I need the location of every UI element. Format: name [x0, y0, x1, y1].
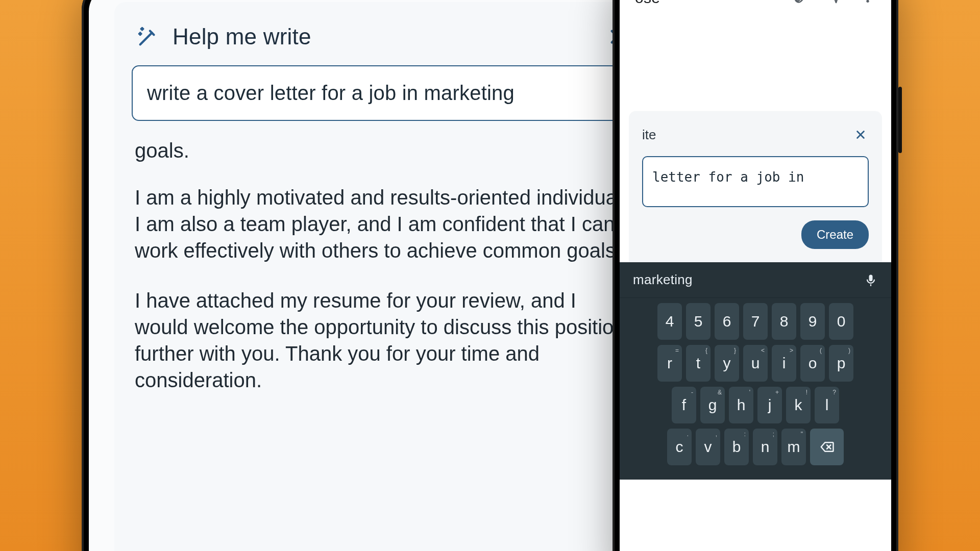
- phone-right: ose ite: [612, 0, 898, 551]
- key-9[interactable]: 9: [800, 303, 825, 340]
- key-i[interactable]: i>: [772, 345, 796, 382]
- mic-icon[interactable]: [864, 273, 878, 287]
- more-icon[interactable]: [860, 0, 876, 8]
- panel-header: Help me write: [132, 19, 634, 65]
- prompt-input[interactable]: [132, 65, 634, 121]
- magic-wand-icon: [135, 23, 161, 50]
- panel-title: Help me write: [173, 24, 311, 49]
- key-backspace[interactable]: [810, 429, 844, 465]
- keyboard-suggestion[interactable]: marketing: [633, 272, 693, 288]
- key-l[interactable]: l?: [815, 387, 839, 423]
- svg-point-2: [866, 0, 869, 3]
- keyboard-row-numbers: 4567890: [624, 303, 887, 340]
- key-v[interactable]: v,: [696, 429, 720, 465]
- mini-actions: Create: [642, 209, 869, 249]
- key-u[interactable]: u<: [743, 345, 768, 382]
- mini-close-button[interactable]: [852, 127, 869, 143]
- keyboard-row-2: r=t{y}u<i>o(p): [624, 345, 887, 382]
- key-0[interactable]: 0: [829, 303, 853, 340]
- key-f[interactable]: f-: [672, 387, 696, 423]
- generated-text: goals. I am a highly motivated and resul…: [132, 137, 634, 393]
- send-icon[interactable]: [826, 0, 842, 8]
- key-y[interactable]: y}: [715, 345, 739, 382]
- help-me-write-panel: Help me write goals. I am a highly motiv…: [114, 2, 651, 551]
- key-n[interactable]: n;: [753, 429, 777, 465]
- stage: Help me write goals. I am a highly motiv…: [0, 0, 980, 551]
- create-button[interactable]: Create: [801, 220, 869, 249]
- key-4[interactable]: 4: [657, 303, 682, 340]
- key-b[interactable]: b:: [724, 429, 749, 465]
- mini-panel-title-fragment: ite: [642, 127, 656, 143]
- help-me-write-mini-panel: ite Create: [629, 111, 882, 262]
- compose-title-fragment: ose: [635, 0, 660, 7]
- key-h[interactable]: h': [729, 387, 753, 423]
- close-icon: [855, 129, 866, 140]
- keyboard-row-3: f-g&h'j+k!l?: [624, 387, 887, 423]
- phone-side-button: [898, 87, 902, 153]
- key-c[interactable]: c.: [667, 429, 692, 465]
- key-j[interactable]: j+: [757, 387, 782, 423]
- keyboard-rows: 4567890 r=t{y}u<i>o(p) f-g&h'j+k!l? c.v,…: [620, 298, 891, 480]
- key-6[interactable]: 6: [715, 303, 739, 340]
- key-t[interactable]: t{: [686, 345, 710, 382]
- mini-prompt-input[interactable]: [642, 156, 869, 207]
- compose-app-bar: ose: [620, 0, 891, 19]
- key-7[interactable]: 7: [743, 303, 768, 340]
- keyboard-row-4: c.v,b:n;m": [624, 429, 887, 465]
- mini-panel-header: ite: [642, 127, 869, 156]
- generated-paragraph-1: I am a highly motivated and results-orie…: [135, 184, 631, 264]
- key-p[interactable]: p): [829, 345, 853, 382]
- keyboard-suggestion-bar: marketing: [620, 262, 891, 298]
- soft-keyboard: marketing 4567890 r=t{y}u<i>o(p) f-g&h'j…: [620, 262, 891, 480]
- key-m[interactable]: m": [781, 429, 806, 465]
- attach-icon[interactable]: [792, 0, 808, 8]
- key-g[interactable]: g&: [700, 387, 725, 423]
- key-r[interactable]: r=: [657, 345, 682, 382]
- svg-rect-3: [870, 284, 871, 286]
- key-o[interactable]: o(: [800, 345, 825, 382]
- generated-paragraph-2: I have attached my resume for your revie…: [135, 287, 631, 393]
- generated-text-fragment: goals.: [135, 137, 631, 164]
- key-k[interactable]: k!: [786, 387, 811, 423]
- key-8[interactable]: 8: [772, 303, 796, 340]
- compose-body-blank: [620, 19, 891, 111]
- phone-right-screen: ose ite: [620, 0, 891, 551]
- phone-left: Help me write goals. I am a highly motiv…: [82, 0, 684, 551]
- phone-left-screen: Help me write goals. I am a highly motiv…: [89, 0, 677, 551]
- key-5[interactable]: 5: [686, 303, 710, 340]
